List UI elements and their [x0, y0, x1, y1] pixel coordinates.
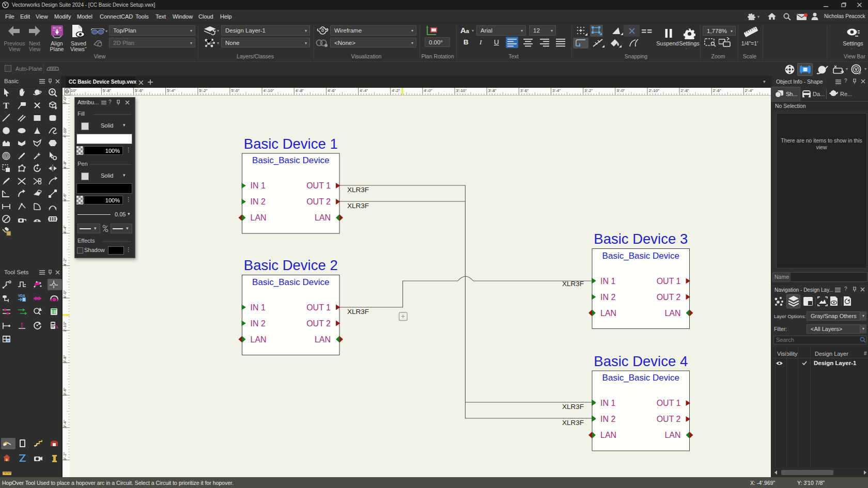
svg-text:3’-2”: 3’-2”	[584, 88, 593, 93]
svg-text:IN 1: IN 1	[600, 399, 615, 407]
svg-text:4’-2”: 4’-2”	[63, 258, 67, 266]
svg-text:4’-4”: 4’-4”	[360, 88, 368, 93]
svg-text:4’-0”: 4’-0”	[63, 290, 67, 298]
svg-text:LAN: LAN	[251, 213, 267, 222]
svg-text:LAN: LAN	[315, 213, 331, 222]
svg-text:5’-0”: 5’-0”	[231, 88, 239, 93]
svg-text:LAN: LAN	[664, 431, 680, 439]
svg-text:5’-6”: 5’-6”	[135, 88, 143, 93]
svg-text:Basic Device 2: Basic Device 2	[244, 257, 338, 273]
svg-text:Basic Device 1: Basic Device 1	[244, 135, 338, 151]
svg-text:LAN: LAN	[251, 335, 267, 343]
svg-text:OUT 1: OUT 1	[306, 303, 331, 311]
svg-text:IN 2: IN 2	[600, 292, 615, 301]
svg-text:4’-4”: 4’-4”	[63, 225, 67, 233]
svg-text:IN 2: IN 2	[251, 197, 266, 206]
svg-text:4’-10”: 4’-10”	[264, 88, 274, 93]
svg-text:OUT 2: OUT 2	[657, 292, 681, 301]
svg-text:4’-10”: 4’-10”	[63, 127, 67, 137]
svg-text:IN 2: IN 2	[251, 319, 266, 327]
svg-text:3’-4”: 3’-4”	[552, 88, 561, 93]
svg-text:Basic_Basic Device: Basic_Basic Device	[602, 373, 679, 383]
svg-text:OUT 2: OUT 2	[306, 197, 331, 206]
svg-text:2’-6”: 2’-6”	[713, 88, 721, 93]
svg-text:OUT 2: OUT 2	[657, 415, 681, 423]
svg-text:V: V	[4, 3, 7, 7]
svg-text:LAN: LAN	[664, 308, 680, 317]
svg-text:4’-6”: 4’-6”	[63, 193, 67, 201]
svg-text:XLR3F: XLR3F	[347, 308, 369, 316]
svg-text:XLR3F: XLR3F	[562, 403, 584, 411]
svg-text:4’-8”: 4’-8”	[296, 88, 304, 93]
svg-text:3’-10”: 3’-10”	[456, 88, 467, 93]
svg-text:5’-2”: 5’-2”	[199, 88, 207, 93]
svg-text:IN 1: IN 1	[251, 303, 266, 311]
svg-text:2’-4”: 2’-4”	[745, 88, 753, 93]
svg-text:V: V	[855, 67, 858, 72]
svg-text:Basic Device 3: Basic Device 3	[594, 231, 688, 247]
svg-text:T: T	[3, 101, 9, 110]
svg-text:OUT 1: OUT 1	[657, 276, 681, 285]
svg-text:4’-2”: 4’-2”	[392, 88, 400, 93]
svg-text:3’-6”: 3’-6”	[520, 88, 529, 93]
svg-text:3’-4”: 3’-4”	[63, 419, 67, 428]
svg-text:4’-8”: 4’-8”	[63, 160, 67, 168]
svg-text:OUT 1: OUT 1	[657, 399, 681, 407]
svg-text:LAN: LAN	[600, 431, 616, 439]
svg-text:3’-8”: 3’-8”	[488, 88, 497, 93]
svg-text:Basic_Basic Device: Basic_Basic Device	[602, 250, 679, 260]
svg-text:VDA: VDA	[18, 294, 25, 297]
svg-text:LAN: LAN	[315, 335, 331, 343]
svg-text:4’-6”: 4’-6”	[328, 88, 336, 93]
svg-text:IN 1: IN 1	[251, 181, 266, 190]
svg-text:3’-6”: 3’-6”	[63, 387, 67, 395]
svg-text:Basic_Basic Device: Basic_Basic Device	[252, 155, 329, 165]
svg-text:2’-10”: 2’-10”	[648, 88, 659, 93]
svg-text:Basic_Basic Device: Basic_Basic Device	[252, 277, 329, 287]
svg-text:XLR3F: XLR3F	[562, 280, 584, 288]
svg-text:Basic Device 4: Basic Device 4	[594, 353, 688, 369]
svg-text:IN 1: IN 1	[600, 276, 615, 285]
svg-text:IN 2: IN 2	[600, 415, 615, 423]
svg-text:2’-8”: 2’-8”	[681, 88, 689, 93]
svg-text:5’-0”: 5’-0”	[63, 96, 67, 104]
svg-text:XLR3F: XLR3F	[347, 186, 369, 194]
svg-text:XLR3F: XLR3F	[347, 202, 369, 210]
svg-text:3’-2”: 3’-2”	[63, 452, 67, 460]
svg-text:3’-0”: 3’-0”	[616, 88, 625, 93]
svg-text:LAN: LAN	[600, 308, 616, 317]
svg-text:3’-8”: 3’-8”	[63, 355, 67, 363]
svg-text:OUT 1: OUT 1	[306, 181, 331, 190]
svg-text:5’-4”: 5’-4”	[167, 88, 175, 93]
svg-text:4’-0”: 4’-0”	[424, 88, 432, 93]
svg-text:3’-10”: 3’-10”	[63, 321, 67, 332]
svg-text:OUT 2: OUT 2	[306, 319, 331, 327]
svg-text:5’-8”: 5’-8”	[103, 88, 111, 93]
svg-text:XLR3F: XLR3F	[562, 418, 584, 426]
